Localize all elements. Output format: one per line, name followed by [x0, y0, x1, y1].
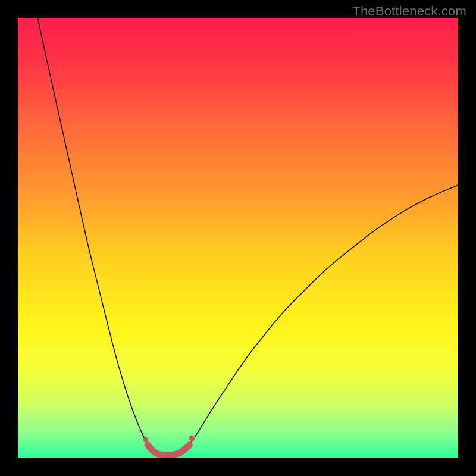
valley-dot-right — [189, 436, 195, 441]
valley-dot-left — [143, 437, 148, 442]
gradient-background — [18, 18, 458, 458]
watermark-text: TheBottleneck.com — [352, 4, 466, 19]
chart-frame — [18, 18, 458, 458]
bottleneck-chart — [18, 18, 458, 458]
